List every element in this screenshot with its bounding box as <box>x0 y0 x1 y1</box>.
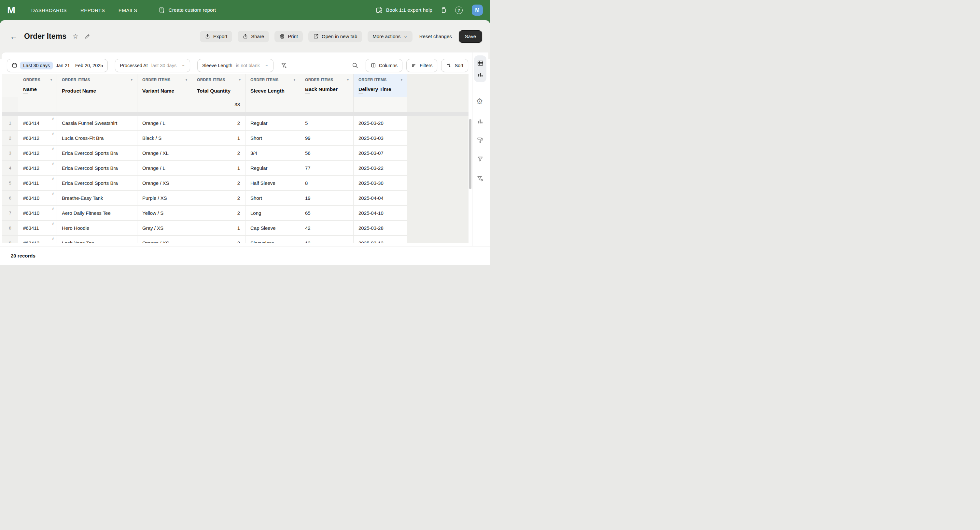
column-title-product-name[interactable]: Product Name <box>62 88 96 94</box>
column-group-dropdown[interactable]: ORDER ITEMS▼ <box>197 78 241 82</box>
cell-back-number: 65 <box>300 206 353 221</box>
dropdown-triangle-icon: ▼ <box>50 78 53 81</box>
summary-cell-delivery-time <box>353 97 407 112</box>
header-gutter <box>2 74 18 97</box>
cell-value: 2025-03-22 <box>358 165 383 171</box>
open-new-tab-button[interactable]: Open in new tab <box>308 30 362 42</box>
column-title-variant-name[interactable]: Variant Name <box>142 88 174 94</box>
column-group-label: ORDER ITEMS <box>142 78 170 82</box>
nav-item-emails[interactable]: EMAILS <box>119 8 137 13</box>
column-title-name[interactable]: Name <box>23 86 37 94</box>
filter-pill-processed-at[interactable]: Processed At last 30 days ⌄ <box>115 59 190 72</box>
column-group-dropdown[interactable]: ORDER ITEMS▼ <box>142 78 188 82</box>
info-icon[interactable]: i <box>52 132 53 136</box>
add-filter-icon[interactable] <box>281 62 288 69</box>
column-group-label: ORDERS <box>23 78 40 82</box>
cell-value: 2025-03-20 <box>358 120 383 126</box>
reset-changes-button[interactable]: Reset changes <box>418 30 453 42</box>
chevron-down-icon: ⌄ <box>265 63 269 66</box>
column-group-dropdown[interactable]: ORDER ITEMS▼ <box>62 78 133 82</box>
print-button[interactable]: Print <box>274 30 303 42</box>
column-title-sleeve-length[interactable]: Sleeve Length <box>250 88 285 94</box>
cell-product-name: Erica Evercool Sports Bra <box>57 146 137 161</box>
save-button[interactable]: Save <box>459 30 482 43</box>
cell-back-number: 5 <box>300 116 353 131</box>
share-button[interactable]: Share <box>238 30 269 42</box>
columns-button[interactable]: Columns <box>366 59 402 72</box>
cell-delivery-time: 2025-03-12 <box>353 236 407 243</box>
search-icon[interactable] <box>352 62 358 69</box>
jar-icon[interactable] <box>440 6 447 14</box>
row-filler <box>407 161 469 176</box>
column-title-total-quantity[interactable]: Total Quantity <box>197 88 231 94</box>
create-custom-report-button[interactable]: Create custom report <box>158 6 216 14</box>
cell-name: #63414i <box>18 116 57 131</box>
book-expert-help-button[interactable]: Book 1:1 expert help <box>376 6 433 14</box>
filters-button[interactable]: Filters <box>406 59 437 72</box>
cell-value: Short <box>250 135 262 141</box>
cell-sleeve-length: Short <box>245 191 300 206</box>
back-button[interactable]: ← <box>10 33 18 40</box>
nav-item-reports[interactable]: REPORTS <box>80 8 105 13</box>
cell-value: #63412 <box>23 240 40 243</box>
chart-panel-icon[interactable] <box>477 118 484 125</box>
info-icon[interactable]: i <box>52 192 53 196</box>
info-icon[interactable]: i <box>52 177 53 181</box>
info-icon[interactable]: i <box>52 237 53 241</box>
avatar[interactable]: M <box>472 5 483 16</box>
cell-variant-name: Orange / XS <box>137 176 192 191</box>
cell-value: #63412 <box>23 135 40 141</box>
column-group-dropdown[interactable]: ORDER ITEMS▼ <box>358 78 403 82</box>
cell-value: Long <box>250 210 261 216</box>
date-range-picker[interactable]: Last 30 days Jan 21 – Feb 20, 2025 <box>7 59 108 72</box>
column-title-delivery-time[interactable]: Delivery Time <box>358 86 391 94</box>
info-icon[interactable]: i <box>52 117 53 121</box>
vertical-scrollbar[interactable] <box>469 119 471 189</box>
cell-delivery-time: 2025-03-28 <box>353 221 407 236</box>
help-icon[interactable]: ? <box>455 6 463 14</box>
filter-panel-icon[interactable] <box>477 155 484 163</box>
row-filler <box>407 131 469 146</box>
cell-value: Half Sleeve <box>250 180 275 186</box>
sort-button[interactable]: Sort <box>441 59 468 72</box>
edit-pencil-icon[interactable] <box>84 33 91 40</box>
cell-variant-name: Purple / XS <box>137 191 192 206</box>
export-button[interactable]: Export <box>200 30 232 42</box>
column-group-dropdown[interactable]: ORDER ITEMS▼ <box>250 78 296 82</box>
row-number: 8 <box>2 221 18 236</box>
cell-value: 3/4 <box>250 150 257 156</box>
paint-roller-icon[interactable] <box>477 137 484 144</box>
column-group-dropdown[interactable]: ORDER ITEMS▼ <box>305 78 349 82</box>
column-group-dropdown[interactable]: ORDERS▼ <box>23 78 53 82</box>
brand-logo[interactable]: M <box>7 5 15 16</box>
dropdown-triangle-icon: ▼ <box>400 78 403 81</box>
nav-item-dashboards[interactable]: DASHBOARDS <box>31 8 67 13</box>
favorite-star-icon[interactable]: ☆ <box>72 33 78 40</box>
column-header-delivery-time: ORDER ITEMS▼Delivery Time <box>353 74 407 97</box>
info-icon[interactable]: i <box>52 147 53 151</box>
cell-total-quantity: 1 <box>192 161 245 176</box>
table-view-icon[interactable] <box>477 60 484 67</box>
date-preset-chip[interactable]: Last 30 days <box>20 62 53 69</box>
date-range-label: Jan 21 – Feb 20, 2025 <box>56 63 103 68</box>
info-icon[interactable]: i <box>52 207 53 211</box>
column-header-variant-name: ORDER ITEMS▼Variant Name <box>137 74 192 97</box>
app-window: M DASHBOARDS REPORTS EMAILS Create custo… <box>0 0 490 265</box>
info-icon[interactable]: i <box>52 222 53 226</box>
column-header-back-number: ORDER ITEMS▼Back Number <box>300 74 353 97</box>
row-number: 3 <box>2 146 18 161</box>
chevron-down-icon: ⌄ <box>181 63 185 66</box>
filter-settings-icon[interactable] <box>477 175 484 182</box>
cell-value: #63410 <box>23 195 40 201</box>
cell-variant-name: Gray / XS <box>137 221 192 236</box>
dropdown-triangle-icon: ▼ <box>185 78 188 81</box>
filter-pill-sleeve-length[interactable]: Sleeve Length is not blank ⌄ <box>197 59 274 72</box>
settings-gear-icon[interactable]: ⚙ <box>476 97 483 105</box>
report-plus-icon <box>158 6 165 14</box>
more-actions-button[interactable]: More actions ⌄ <box>368 30 412 42</box>
cell-value: Short <box>250 195 262 201</box>
page-title: Order Items <box>24 32 67 41</box>
chart-view-icon[interactable] <box>477 71 484 78</box>
info-icon[interactable]: i <box>52 162 53 166</box>
column-title-back-number[interactable]: Back Number <box>305 86 337 94</box>
